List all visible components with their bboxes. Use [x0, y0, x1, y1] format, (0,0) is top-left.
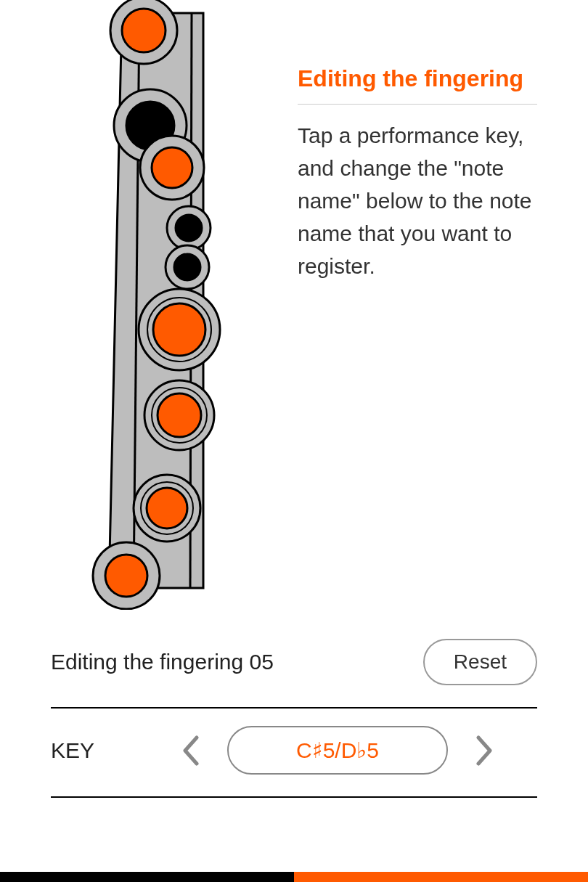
hole-7[interactable]: [144, 380, 214, 450]
hole-4-small[interactable]: [167, 206, 211, 250]
hole-5-small[interactable]: [166, 245, 209, 289]
fingering-diagram: [0, 0, 290, 610]
bottom-progress-bar: [0, 872, 588, 882]
svg-point-8: [152, 147, 192, 188]
svg-point-17: [158, 393, 201, 437]
svg-point-23: [105, 555, 147, 597]
hole-6[interactable]: [139, 289, 220, 370]
chevron-left-icon[interactable]: [176, 736, 205, 765]
editing-label: Editing the fingering 05: [51, 650, 274, 674]
info-title: Editing the fingering: [298, 65, 537, 92]
info-divider: [298, 104, 537, 105]
reset-button[interactable]: Reset: [423, 639, 537, 685]
chevron-right-icon[interactable]: [470, 736, 499, 765]
svg-point-12: [174, 254, 200, 280]
svg-point-20: [147, 488, 187, 528]
divider-2: [51, 796, 537, 798]
svg-point-14: [153, 303, 205, 356]
svg-point-10: [176, 215, 202, 241]
info-text: Tap a performance key, and change the "n…: [298, 119, 537, 282]
key-value-button[interactable]: C♯5/D♭5: [227, 726, 448, 775]
hole-9[interactable]: [93, 542, 160, 609]
key-label: KEY: [51, 738, 138, 763]
hole-1[interactable]: [110, 0, 177, 64]
svg-point-4: [122, 9, 166, 52]
divider-1: [51, 707, 537, 709]
hole-8[interactable]: [134, 475, 200, 542]
hole-3[interactable]: [140, 136, 204, 200]
